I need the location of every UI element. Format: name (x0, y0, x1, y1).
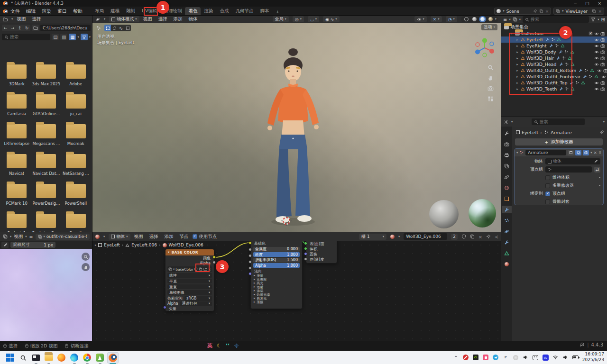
breadcrumb-object[interactable]: EyeLeft (522, 130, 538, 135)
editor-type-icon[interactable] (3, 234, 8, 239)
editor-type-icon[interactable] (95, 235, 100, 239)
folder-item[interactable]: LRTimelapse (4, 121, 29, 151)
folder-item[interactable]: PowerDesig... (33, 181, 60, 211)
colorspace-dropdown[interactable]: sRGB▾ (184, 296, 212, 301)
copy-icon[interactable] (539, 9, 543, 13)
taskbar-navicat[interactable] (94, 352, 106, 364)
image-name[interactable]: baseColor.024 (175, 267, 193, 272)
principled-bsdf-node[interactable]: 基础色 金属度0.000 糙度1.000 折射率(IOR)1.500 Alpha… (250, 241, 303, 309)
chevron-down-icon[interactable]: ▾ (603, 120, 605, 124)
filter-icon[interactable] (591, 17, 596, 22)
hide-eye-icon[interactable] (597, 68, 602, 73)
taskbar-blender[interactable] (107, 352, 119, 364)
hide-eye-icon[interactable] (594, 31, 599, 36)
taskbar-clock[interactable]: 16:09:17 2025/6/23 (582, 352, 604, 363)
vertex-group-icon[interactable] (584, 68, 589, 73)
menu-item[interactable]: 窗口 (57, 8, 67, 15)
mode-selector[interactable]: 物体模式 ▾ (109, 16, 139, 22)
breadcrumb-modifier[interactable]: Armature (551, 130, 572, 135)
modifier-wrench-icon[interactable] (583, 74, 587, 79)
add-modifier-button[interactable]: + 添加修改器 (515, 138, 603, 146)
transform-orientation[interactable]: 全局 ▾ (273, 16, 289, 22)
path-field[interactable] (43, 26, 88, 30)
socket-normal-in[interactable] (248, 272, 252, 275)
tray-input-method-icon[interactable]: ᵖ (503, 355, 509, 361)
ime-language-indicator[interactable]: 英 (207, 342, 212, 349)
render-camera-icon[interactable] (600, 50, 605, 55)
interpolation-dropdown[interactable]: 线性▾ (167, 273, 212, 278)
blender-menu-icon[interactable] (3, 9, 8, 13)
use-nodes-toggle[interactable]: 使用节点 (193, 234, 217, 240)
properties-search-input[interactable] (540, 119, 582, 124)
minimize-button[interactable]: ─ (574, 1, 577, 6)
projection-dropdown[interactable]: 平直▾ (167, 279, 212, 283)
workspace-tab[interactable]: 几何节点 (232, 7, 257, 15)
tab-object[interactable] (502, 195, 512, 202)
shading-wireframe[interactable] (463, 16, 470, 22)
hide-eye-icon[interactable] (594, 87, 599, 91)
zoom-icon[interactable] (82, 253, 90, 261)
folder-item[interactable]: Navicat (7, 151, 27, 181)
render-camera-icon[interactable] (600, 62, 605, 67)
tab-constraints[interactable] (502, 238, 512, 246)
drag-handle-icon[interactable]: ⠿ (598, 151, 601, 155)
menu-item[interactable]: 视图 (143, 16, 152, 22)
taskbar-file-explorer[interactable] (43, 352, 55, 364)
shading-rendered[interactable] (487, 16, 494, 22)
tray-pink-app-icon[interactable] (483, 355, 489, 361)
alpha-mode-dropdown[interactable]: 通道打包▾ (180, 301, 212, 306)
pin-icon[interactable] (599, 130, 604, 135)
menu-item[interactable]: 渲染 (42, 8, 51, 15)
taskbar-firefox[interactable] (56, 352, 67, 364)
workspace-tab[interactable]: 建模 (107, 7, 123, 15)
socket-roughness-in[interactable] (248, 254, 252, 257)
image-icon[interactable] (168, 267, 172, 271)
chevron-down-icon[interactable]: ▾ (89, 36, 91, 39)
taskbar-search-button[interactable] (18, 352, 29, 364)
pivot-point-selector[interactable]: ◎▾ (293, 16, 304, 22)
menu-item[interactable]: 帮助 (73, 8, 83, 15)
tab-view-layer[interactable] (502, 162, 512, 170)
pan-hand-icon[interactable] (82, 263, 90, 271)
hide-eye-icon[interactable] (594, 44, 599, 48)
tray-wifi-icon[interactable] (552, 355, 559, 361)
socket-basecolor-in[interactable] (248, 241, 252, 245)
ime-settings-gear-icon[interactable] (234, 343, 239, 348)
invert-vertex-group-button[interactable]: ⇄ (594, 167, 600, 173)
modifier-panel-header[interactable]: ▾ ▾ × ⠿ (515, 149, 603, 156)
tray-nvidia-icon[interactable] (473, 355, 479, 361)
material-name-field[interactable]: Wolf3D_Eye.006 (404, 233, 447, 240)
object-visibility-dropdown[interactable]: ▾ (414, 16, 427, 22)
overlays-dropdown[interactable]: ◔▾ (446, 16, 457, 22)
decorator-dot[interactable] (599, 177, 600, 178)
tab-world[interactable] (502, 184, 512, 191)
folder-item[interactable]: PCMark 10 (6, 181, 28, 211)
render-camera-icon[interactable] (603, 68, 607, 73)
pin-icon[interactable] (533, 9, 537, 13)
render-camera-icon[interactable] (600, 37, 605, 42)
tab-render[interactable] (502, 140, 512, 148)
hide-eye-icon[interactable] (594, 50, 599, 55)
breadcrumb-mesh[interactable]: EyeLeft.006 (131, 243, 157, 247)
socket-metallic-in[interactable] (248, 248, 252, 251)
menu-item[interactable]: 物体 (189, 16, 198, 22)
taskbar-app-dark[interactable] (30, 352, 42, 364)
extension-dropdown[interactable]: 重复▾ (167, 284, 212, 289)
vertex-group-field[interactable] (545, 166, 592, 173)
tray-antivirus-icon[interactable] (463, 355, 469, 361)
tab-modifiers[interactable] (502, 206, 512, 213)
menu-item[interactable]: 视图 (17, 16, 26, 22)
maximize-button[interactable]: □ (585, 1, 589, 6)
render-display-toggle[interactable] (583, 150, 589, 155)
folder-item[interactable]: Navicat Dat... (32, 151, 60, 181)
material-output-node[interactable]: 表(曲)面 体积 置换 厚(薄)度 (306, 241, 337, 264)
modifier-wrench-icon[interactable] (579, 68, 583, 73)
folder-item[interactable]: GTA5Online... (33, 91, 60, 121)
bsdf-panel[interactable]: ▸薄膜 (251, 300, 302, 304)
tab-scene[interactable] (502, 173, 512, 181)
editor-type-icon[interactable]: ≡ (503, 17, 507, 22)
tray-expand-chevron[interactable]: ⌃ (453, 355, 459, 361)
menu-item[interactable]: 添加 (165, 234, 174, 240)
folder-item[interactable]: Mocreak (66, 121, 86, 151)
tab-object-data[interactable] (502, 249, 512, 257)
